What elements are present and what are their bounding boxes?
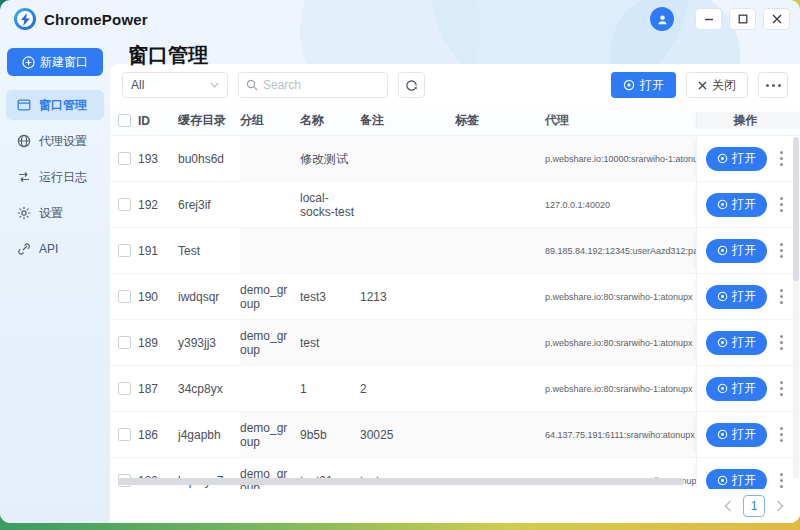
row-id: 193 — [138, 136, 178, 181]
row-open-button[interactable]: 打开 — [706, 331, 767, 355]
row-name: 1 — [300, 366, 360, 411]
row-id: 186 — [138, 412, 178, 457]
maximize-button[interactable] — [729, 8, 756, 30]
column-header-tag: 标签 — [455, 112, 545, 129]
row-more-icon[interactable] — [776, 377, 787, 400]
prev-page-button[interactable] — [724, 500, 732, 512]
table-body: 193 bu0hs6d 修改测试 p.webshare.io:10000:sra… — [110, 136, 800, 489]
column-header-group: 分组 — [240, 112, 300, 129]
row-tag — [455, 320, 545, 365]
sidebar-item-5[interactable]: API — [6, 234, 104, 264]
sidebar-item-4[interactable]: 设置 — [6, 198, 104, 228]
link-icon — [17, 242, 31, 256]
table-row: 190 iwdqsqr demo_group test3 1213 p.webs… — [110, 274, 800, 320]
open-selected-button[interactable]: 打开 — [611, 72, 676, 98]
sidebar-item-label: API — [39, 242, 58, 256]
row-group — [240, 228, 300, 273]
select-all-cell — [110, 114, 138, 127]
content-panel: All — [110, 64, 800, 523]
row-cache-dir: y393jj3 — [178, 320, 240, 365]
row-checkbox[interactable] — [118, 428, 131, 441]
row-more-icon[interactable] — [776, 147, 787, 170]
row-proxy: p.webshare.io:10000:srarwiho-1:atonu — [545, 136, 696, 181]
row-cache-dir: bu0hs6d — [178, 136, 240, 181]
row-open-button[interactable]: 打开 — [706, 423, 767, 447]
row-remark — [360, 320, 455, 365]
filter-select[interactable]: All — [122, 72, 228, 98]
row-more-icon[interactable] — [776, 331, 787, 354]
row-cache-dir: 34cp8yx — [178, 366, 240, 411]
chevron-down-icon — [210, 82, 219, 88]
sidebar-item-label: 代理设置 — [39, 133, 87, 150]
horizontal-scrollbar-thumb[interactable] — [118, 478, 684, 485]
row-id: 191 — [138, 228, 178, 273]
select-all-checkbox[interactable] — [118, 114, 131, 127]
row-group: demo_group — [240, 320, 300, 365]
sidebar-item-3[interactable]: 运行日志 — [6, 162, 104, 192]
more-actions-button[interactable] — [758, 72, 788, 98]
row-open-label: 打开 — [732, 242, 756, 259]
row-name: 9b5b — [300, 412, 360, 457]
table-row: 191 Test 89.185.84.192:12345:userAazd312… — [110, 228, 800, 274]
row-proxy: 127.0.0.1:40020 — [545, 182, 696, 227]
row-checkbox[interactable] — [118, 244, 131, 257]
titlebar: ChromePower — [0, 0, 800, 38]
row-open-button[interactable]: 打开 — [706, 239, 767, 263]
sidebar-item-2[interactable]: 代理设置 — [6, 126, 104, 156]
app-title: ChromePower — [44, 11, 148, 28]
row-cache-dir: 6rej3if — [178, 182, 240, 227]
row-more-icon[interactable] — [776, 239, 787, 262]
table-row: 192 6rej3if local-socks-test 127.0.0.1:4… — [110, 182, 800, 228]
row-id: 187 — [138, 366, 178, 411]
row-proxy: p.webshare.io:80:srarwiho-1:atonupx — [545, 320, 696, 365]
sidebar-item-1[interactable]: 窗口管理 — [6, 90, 104, 120]
row-checkbox[interactable] — [118, 382, 131, 395]
refresh-button[interactable] — [398, 72, 425, 98]
row-checkbox[interactable] — [118, 198, 131, 211]
row-open-button[interactable]: 打开 — [706, 377, 767, 401]
page-number-button[interactable]: 1 — [743, 495, 765, 517]
row-open-button[interactable]: 打开 — [706, 285, 767, 309]
row-checkbox[interactable] — [118, 152, 131, 165]
horizontal-scrollbar — [118, 478, 784, 485]
row-open-button[interactable]: 打开 — [706, 147, 767, 171]
row-more-icon[interactable] — [776, 423, 787, 446]
row-open-label: 打开 — [732, 288, 756, 305]
row-name: test3 — [300, 274, 360, 319]
filter-select-value: All — [131, 78, 144, 92]
row-cache-dir: Test — [178, 228, 240, 273]
column-header-id: ID — [138, 114, 178, 128]
search-input[interactable] — [263, 78, 373, 92]
new-window-button[interactable]: 新建窗口 — [7, 48, 103, 76]
open-circle-icon — [717, 199, 728, 210]
next-page-button[interactable] — [776, 500, 784, 512]
search-icon — [246, 79, 258, 91]
close-button[interactable] — [763, 8, 790, 30]
close-selected-button[interactable]: 关闭 — [686, 72, 748, 98]
app-logo-icon — [14, 8, 36, 30]
row-checkbox[interactable] — [118, 290, 131, 303]
gear-icon — [17, 206, 31, 220]
open-circle-icon — [717, 153, 728, 164]
minimize-button[interactable] — [695, 8, 722, 30]
row-remark: 2 — [360, 366, 455, 411]
row-more-icon[interactable] — [776, 285, 787, 308]
user-avatar[interactable] — [650, 7, 674, 31]
sidebar-item-label: 设置 — [39, 205, 63, 222]
row-group: demo_group — [240, 412, 300, 457]
row-open-button[interactable]: 打开 — [706, 193, 767, 217]
row-cache-dir: j4gapbh — [178, 412, 240, 457]
row-checkbox[interactable] — [118, 336, 131, 349]
row-remark — [360, 182, 455, 227]
vertical-scrollbar-thumb[interactable] — [793, 137, 799, 281]
row-group — [240, 136, 300, 181]
app-window: ChromePower 新建窗口 窗口管理代理设置运行日志设置API 窗口管理 — [0, 0, 800, 523]
open-circle-icon — [717, 429, 728, 440]
row-more-icon[interactable] — [776, 193, 787, 216]
column-header-remark: 备注 — [360, 112, 455, 129]
row-name: 修改测试 — [300, 136, 360, 181]
row-tag — [455, 274, 545, 319]
row-group — [240, 182, 300, 227]
row-group: demo_group — [240, 274, 300, 319]
new-window-label: 新建窗口 — [40, 54, 88, 71]
